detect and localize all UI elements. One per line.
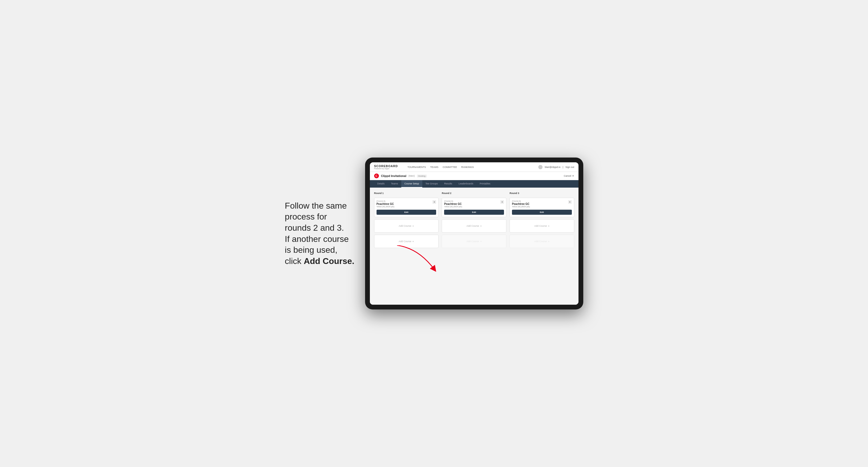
r2-plus-icon-2: + <box>480 240 482 243</box>
r3-plus-icon-2: + <box>548 240 550 243</box>
brand-c-logo: C <box>374 174 379 178</box>
tab-bar: Details Teams Course Setup Tee Groups Re… <box>370 180 579 188</box>
r1-edit-button[interactable]: Edit <box>376 210 436 215</box>
round-3-col: Round 3 (Course A) Peachtree GC Yellow (… <box>509 192 574 248</box>
round-2-col: Round 2 (Course A) Peachtree GC Yellow (… <box>442 192 506 248</box>
tab-printables[interactable]: Printables <box>476 180 494 188</box>
r3-plus-icon-1: + <box>548 225 550 227</box>
r1-add-course-text-1: Add Course + <box>399 225 414 227</box>
brand-title: SCOREBOARD <box>374 164 398 168</box>
r1-add-course-1[interactable]: Add Course + <box>374 219 439 232</box>
r2-course-card-header: (Course A) Peachtree GC Yellow (M) (6629… <box>444 200 504 209</box>
r1-course-detail: Yellow (M) (6629 yds) <box>376 206 394 208</box>
r3-course-label: (Course A) <box>512 200 530 202</box>
sign-out-link[interactable]: Sign out <box>565 166 574 168</box>
brand: SCOREBOARD Powered by clippd <box>374 164 398 169</box>
nav-committee[interactable]: COMMITTEE <box>442 165 457 169</box>
r1-add-course-text-2: Add Course + <box>399 240 414 243</box>
nav-teams[interactable]: TEAMS <box>430 165 438 169</box>
user-email: blair@clippd.io <box>545 166 560 168</box>
r1-remove-course-button[interactable]: ✕ <box>432 200 436 204</box>
tournament-name: Clippd Invitational <box>381 174 406 178</box>
round-1-label: Round 1 <box>374 192 439 194</box>
hosting-badge: Hosting <box>417 175 427 178</box>
round-1-course-card: (Course A) Peachtree GC Yellow (M) (6629… <box>374 198 439 217</box>
nav-separator: | <box>562 166 563 168</box>
r2-course-label: (Course A) <box>444 200 462 202</box>
nav-rankings[interactable]: RANKINGS <box>461 165 474 169</box>
cancel-button[interactable]: Cancel ✕ <box>564 175 574 177</box>
round-1-col: Round 1 (Course A) Peachtree GC Yellow (… <box>374 192 439 248</box>
tab-leaderboards[interactable]: Leaderboards <box>455 180 476 188</box>
course-card-header: (Course A) Peachtree GC Yellow (M) (6629… <box>376 200 436 209</box>
r3-add-course-2: Add Course + <box>509 235 574 248</box>
r3-edit-button[interactable]: Edit <box>512 210 572 215</box>
user-avatar <box>538 165 542 169</box>
tab-tee-groups[interactable]: Tee Groups <box>422 180 441 188</box>
main-content: Round 1 (Course A) Peachtree GC Yellow (… <box>370 188 579 305</box>
main-nav: TOURNAMENTS TEAMS COMMITTEE RANKINGS <box>407 165 474 169</box>
round-2-label: Round 2 <box>442 192 506 194</box>
r1-add-course-2[interactable]: Add Course + <box>374 235 439 248</box>
tablet-screen: SCOREBOARD Powered by clippd TOURNAMENTS… <box>370 162 579 305</box>
round-2-course-card: (Course A) Peachtree GC Yellow (M) (6629… <box>442 198 506 217</box>
r1-plus-icon-1: + <box>412 225 414 227</box>
round-3-course-card: (Course A) Peachtree GC Yellow (M) (6629… <box>509 198 574 217</box>
r2-plus-icon-1: + <box>480 225 482 227</box>
r3-add-course-text-2: Add Course + <box>534 240 550 243</box>
brand-sub: Powered by clippd <box>374 168 398 169</box>
page-wrapper: Follow the same process for rounds 2 and… <box>5 158 863 309</box>
sub-nav-left: C Clippd Invitational (Men) Hosting <box>374 174 427 178</box>
top-right: blair@clippd.io | Sign out <box>538 165 574 169</box>
rounds-grid: Round 1 (Course A) Peachtree GC Yellow (… <box>374 192 574 248</box>
r2-add-course-1[interactable]: Add Course + <box>442 219 506 232</box>
r3-add-course-text-1: Add Course + <box>534 225 550 227</box>
instruction-text: Follow the same process for rounds 2 and… <box>285 200 354 267</box>
r3-course-card-header: (Course A) Peachtree GC Yellow (M) (6629… <box>512 200 572 209</box>
r3-add-course-1[interactable]: Add Course + <box>509 219 574 232</box>
nav-tournaments[interactable]: TOURNAMENTS <box>407 165 426 169</box>
r1-course-label: (Course A) <box>376 200 394 202</box>
r2-add-course-text-2: Add Course + <box>466 240 482 243</box>
sub-nav: C Clippd Invitational (Men) Hosting Canc… <box>370 172 579 180</box>
r2-add-course-2: Add Course + <box>442 235 506 248</box>
tab-results[interactable]: Results <box>441 180 455 188</box>
tab-details[interactable]: Details <box>374 180 388 188</box>
tab-course-setup[interactable]: Course Setup <box>401 180 422 188</box>
tab-teams[interactable]: Teams <box>388 180 401 188</box>
r2-course-name: Peachtree GC <box>444 203 462 206</box>
top-nav: SCOREBOARD Powered by clippd TOURNAMENTS… <box>370 162 579 172</box>
round-3-label: Round 3 <box>509 192 574 194</box>
tournament-type: (Men) <box>408 175 415 177</box>
tablet-frame: SCOREBOARD Powered by clippd TOURNAMENTS… <box>365 158 583 309</box>
r2-add-course-text-1: Add Course + <box>466 225 482 227</box>
r1-plus-icon-2: + <box>412 240 414 243</box>
r2-course-detail: Yellow (M) (6629 yds) <box>444 206 462 208</box>
r3-course-detail: Yellow (M) (6629 yds) <box>512 206 530 208</box>
r2-remove-course-button[interactable]: ✕ <box>500 200 504 204</box>
r3-remove-course-button[interactable]: ✕ <box>568 200 572 204</box>
r1-course-name: Peachtree GC <box>376 203 394 206</box>
r3-course-name: Peachtree GC <box>512 203 530 206</box>
r2-edit-button[interactable]: Edit <box>444 210 504 215</box>
